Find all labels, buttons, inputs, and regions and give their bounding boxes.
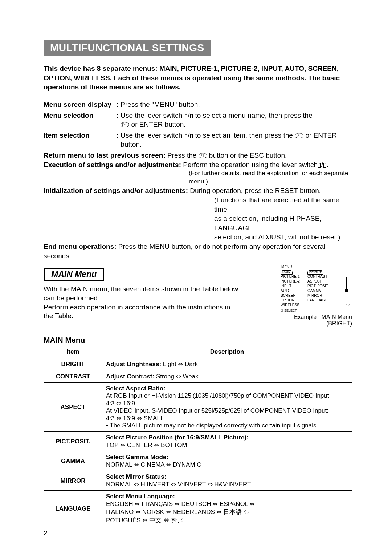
row-description: Select Menu Language: ENGLISH ⇔ FRANÇAIS… <box>102 491 352 527</box>
operations-list: Menu screen display : Press the "MENU" b… <box>44 100 352 260</box>
txt: Perform each operation in accordance wit… <box>44 303 230 320</box>
osd-example: MENU MAIN PICTURE-1 PICTURE-2 INPUT AUTO… <box>276 268 352 327</box>
col-item: Item <box>44 346 102 358</box>
txt: or ENTER button. <box>129 121 185 128</box>
note: selection, and ADJUST, will not be reset… <box>214 232 352 242</box>
table-row: GAMMASelect Gamma Mode: NORMAL ⇔ CINEMA … <box>44 451 352 471</box>
colon: : <box>116 100 121 109</box>
op-menu-screen: Menu screen display : Press the "MENU" b… <box>44 100 352 109</box>
table-row: PICT.POSIT.Select Picture Position (for … <box>44 432 352 451</box>
osd-item: INPUT <box>281 284 304 288</box>
desc-body: Strong ⇔ Weak <box>154 373 198 380</box>
note: (For further details, read the explanati… <box>189 169 352 186</box>
note: (Functions that are executed at the same… <box>214 195 352 214</box>
row-description: Select Gamma Mode: NORMAL ⇔ CINEMA ⇔ DYN… <box>102 451 352 471</box>
lever-up-icon: ˆ <box>318 163 321 168</box>
row-item: MIRROR <box>44 471 102 491</box>
osd-caption: Example : MAIN Menu (BRIGHT) <box>276 314 352 327</box>
desc-title: Select Mirror Status: <box>106 473 166 480</box>
table-row: CONTRASTAdjust Contrast: Strong ⇔ Weak <box>44 370 352 383</box>
op-label: Return menu to last previous screen: <box>44 151 166 159</box>
row-item: ASPECT <box>44 383 102 432</box>
osd-tab: MAIN <box>281 270 293 275</box>
osd-right-column: BRIGHT CONTRAST ASPECT PICT. POSIT. GAMM… <box>306 270 352 308</box>
table-title: MAIN Menu <box>44 336 85 344</box>
desc-title: Select Menu Language: <box>106 493 175 500</box>
osd-value: 12 <box>346 303 350 307</box>
op-label: Menu screen display <box>44 100 116 109</box>
colon: : <box>116 111 121 129</box>
osd-item: PICTURE-1 <box>281 274 304 279</box>
op-menu-selection: Menu selection : Use the lever switch ˆ/… <box>44 111 352 129</box>
osd-item: AUTO <box>281 288 304 293</box>
txt: Example : MAIN Menu <box>294 314 352 320</box>
manual-page: MULTIFUNCTIONAL SETTINGS This device has… <box>0 0 392 539</box>
section-header-row: MAIN Menu With the MAIN menu, the seven … <box>44 268 352 327</box>
row-item: BRIGHT <box>44 358 102 370</box>
row-item: LANGUAGE <box>44 491 102 527</box>
txt: Use the lever switch <box>121 112 184 119</box>
op-return: Return menu to last previous screen: Pre… <box>44 151 352 160</box>
row-description: Adjust Contrast: Strong ⇔ Weak <box>102 370 352 383</box>
row-item: GAMMA <box>44 451 102 471</box>
lever-up-icon: ˆ <box>185 134 188 138</box>
note: as a selection, including H PHASE, LANGU… <box>214 214 352 232</box>
desc-body: TOP ⇔ CENTER ⇔ BOTTOM <box>106 442 187 449</box>
desc-body: ENGLISH ⇔ FRANÇAIS ⇔ DEUTSCH ⇔ ESPAÑOL ⇔… <box>106 500 255 524</box>
osd-item: SCREEN <box>281 293 304 298</box>
desc-body: At RGB Input or Hi-Vision 1125i(1035i/10… <box>106 392 331 429</box>
txt: : SELECT <box>282 309 297 312</box>
txt: With the MAIN menu, the seven items show… <box>44 285 238 302</box>
osd-item: LANGUAGE <box>307 298 350 303</box>
op-execution: Execution of settings and/or adjustments… <box>44 160 352 186</box>
table-row: BRIGHTAdjust Brightness: Light ⇔ Dark <box>44 358 352 370</box>
osd-item: OPTION <box>281 298 304 303</box>
desc-body: Light ⇔ Dark <box>161 361 198 368</box>
row-item: CONTRAST <box>44 370 102 383</box>
osd-tab: BRIGHT <box>307 270 323 275</box>
col-description: Description <box>102 346 352 358</box>
play-button-icon <box>121 122 129 127</box>
op-value: Use the lever switch ˆ/ˇ to select a men… <box>121 111 352 129</box>
row-description: Select Picture Position (for 16:9/SMALL … <box>102 432 352 451</box>
txt: During operation, press the RESET button… <box>190 187 321 194</box>
op-label: Menu selection <box>44 111 116 129</box>
op-label: Item selection <box>44 131 116 149</box>
op-label: Execution of settings and/or adjustments… <box>44 161 181 169</box>
desc-body: NORMAL ⇔ CINEMA ⇔ DYNAMIC <box>106 461 201 468</box>
play-button-icon <box>295 133 303 138</box>
lever-down-icon: ˇ <box>323 163 326 168</box>
txt: to select a menu name, then press the <box>193 112 312 119</box>
op-value: Press the "MENU" button. <box>121 100 352 109</box>
lever-down-icon: ˇ <box>190 114 193 118</box>
slider-base-icon <box>345 289 348 292</box>
colon: : <box>116 131 121 149</box>
op-value: Use the lever switch ˆ/ˇ to select an it… <box>121 131 352 149</box>
section-title-box: MAIN Menu <box>44 268 104 281</box>
row-description: Select Aspect Ratio: At RGB Input or Hi-… <box>102 383 352 432</box>
osd-left-column: MAIN PICTURE-1 PICTURE-2 INPUT AUTO SCRE… <box>279 270 306 308</box>
op-end: End menu operations: Press the MENU butt… <box>44 242 352 260</box>
txt: to select an item, then press the <box>193 131 295 139</box>
row-description: Select Mirror Status: NORMAL ⇔ H:INVERT … <box>102 471 352 491</box>
osd-item: MIRROR <box>307 293 350 298</box>
desc-title: Select Gamma Mode: <box>106 454 168 461</box>
back-button-icon <box>199 153 207 158</box>
op-label: Initialization of settings and/or adjust… <box>44 187 188 194</box>
lever-up-icon: ˆ <box>185 114 188 118</box>
txt: button or the ESC button. <box>207 151 287 159</box>
intro-text: This device has 8 separate menus: MAIN, … <box>44 64 352 92</box>
main-menu-table: Item Description BRIGHTAdjust Brightness… <box>44 346 352 527</box>
row-item: PICT.POSIT. <box>44 432 102 451</box>
lever-down-icon: ˇ <box>190 134 193 138</box>
txt: Perform the operation using the lever sw… <box>183 161 318 169</box>
desc-title: Select Aspect Ratio: <box>106 385 166 392</box>
osd-item: WIRELESS <box>281 303 304 307</box>
row-description: Adjust Brightness: Light ⇔ Dark <box>102 358 352 370</box>
desc-title: Adjust Brightness: <box>106 361 161 368</box>
txt: (BRIGHT) <box>326 320 352 327</box>
osd-slider <box>343 271 350 292</box>
slider-track-icon <box>346 277 347 289</box>
table-row: MIRRORSelect Mirror Status: NORMAL ⇔ H:I… <box>44 471 352 491</box>
op-item-selection: Item selection : Use the lever switch ˆ/… <box>44 131 352 149</box>
